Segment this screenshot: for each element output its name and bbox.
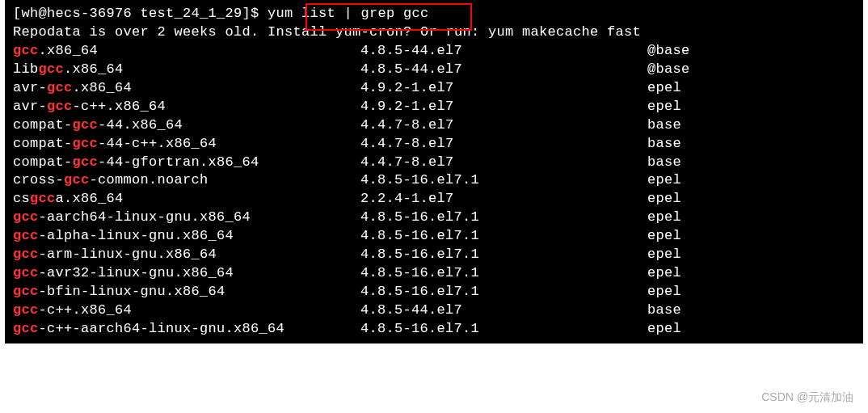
package-row: gcc-c++-aarch64-linux-gnu.x86_644.8.5-16…: [13, 320, 855, 339]
package-version: 2.2.4-1.el7: [360, 190, 647, 209]
package-name: cross-gcc-common.noarch: [13, 171, 360, 190]
package-repo: base: [647, 154, 855, 172]
package-name: compat-gcc-44-c++.x86_64: [13, 135, 360, 154]
package-repo: epel: [647, 320, 855, 339]
package-version: 4.4.7-8.el7: [360, 116, 647, 135]
package-version: 4.8.5-44.el7: [360, 61, 647, 79]
package-row: gcc-c++.x86_644.8.5-44.el7base: [13, 301, 855, 320]
package-repo: epel: [647, 264, 855, 283]
watermark: CSDN @元清加油: [761, 390, 853, 405]
package-name: gcc-aarch64-linux-gnu.x86_64: [13, 209, 360, 227]
package-row: csgcca.x86_642.2.4-1.el7epel: [13, 190, 855, 209]
command-highlight-box: [305, 3, 472, 31]
package-row: compat-gcc-44-c++.x86_644.4.7-8.el7base: [13, 135, 855, 154]
package-repo: epel: [647, 190, 855, 209]
package-row: gcc-alpha-linux-gnu.x86_644.8.5-16.el7.1…: [13, 227, 855, 246]
package-row: avr-gcc-c++.x86_644.9.2-1.el7epel: [13, 98, 855, 116]
package-repo: epel: [647, 227, 855, 246]
package-list: gcc.x86_644.8.5-44.el7@baselibgcc.x86_64…: [13, 42, 855, 339]
package-name: gcc-alpha-linux-gnu.x86_64: [13, 227, 360, 246]
package-name: gcc-c++-aarch64-linux-gnu.x86_64: [13, 320, 360, 339]
package-name: gcc-c++.x86_64: [13, 301, 360, 320]
package-row: compat-gcc-44.x86_644.4.7-8.el7base: [13, 116, 855, 135]
package-repo: epel: [647, 283, 855, 301]
package-version: 4.8.5-44.el7: [360, 42, 647, 61]
package-repo: epel: [647, 98, 855, 116]
package-name: compat-gcc-44-gfortran.x86_64: [13, 154, 360, 172]
package-name: compat-gcc-44.x86_64: [13, 116, 360, 135]
package-version: 4.8.5-16.el7.1: [360, 171, 647, 190]
package-repo: base: [647, 116, 855, 135]
package-name: gcc-arm-linux-gnu.x86_64: [13, 246, 360, 264]
package-name: gcc-bfin-linux-gnu.x86_64: [13, 283, 360, 301]
package-version: 4.4.7-8.el7: [360, 154, 647, 172]
package-name: avr-gcc.x86_64: [13, 79, 360, 98]
package-repo: epel: [647, 171, 855, 190]
package-version: 4.4.7-8.el7: [360, 135, 647, 154]
package-repo: base: [647, 135, 855, 154]
package-name: libgcc.x86_64: [13, 61, 360, 79]
package-version: 4.8.5-16.el7.1: [360, 246, 647, 264]
package-row: gcc-arm-linux-gnu.x86_644.8.5-16.el7.1ep…: [13, 246, 855, 264]
package-version: 4.8.5-16.el7.1: [360, 283, 647, 301]
package-name: avr-gcc-c++.x86_64: [13, 98, 360, 116]
package-row: gcc-aarch64-linux-gnu.x86_644.8.5-16.el7…: [13, 209, 855, 227]
package-repo: @base: [647, 61, 855, 79]
package-version: 4.8.5-16.el7.1: [360, 320, 647, 339]
package-row: gcc-bfin-linux-gnu.x86_644.8.5-16.el7.1e…: [13, 283, 855, 301]
prompt-user-host: [wh@hecs-36976 test_24_1_29]$: [13, 6, 268, 21]
package-row: avr-gcc.x86_644.9.2-1.el7epel: [13, 79, 855, 98]
package-repo: @base: [647, 42, 855, 61]
package-row: compat-gcc-44-gfortran.x86_644.4.7-8.el7…: [13, 154, 855, 172]
package-version: 4.8.5-16.el7.1: [360, 264, 647, 283]
package-version: 4.8.5-44.el7: [360, 301, 647, 320]
package-name: gcc.x86_64: [13, 42, 360, 61]
package-name: gcc-avr32-linux-gnu.x86_64: [13, 264, 360, 283]
package-version: 4.9.2-1.el7: [360, 79, 647, 98]
package-row: libgcc.x86_644.8.5-44.el7@base: [13, 61, 855, 79]
package-repo: epel: [647, 209, 855, 227]
package-row: cross-gcc-common.noarch4.8.5-16.el7.1epe…: [13, 171, 855, 190]
package-repo: epel: [647, 79, 855, 98]
package-version: 4.8.5-16.el7.1: [360, 209, 647, 227]
package-row: gcc.x86_644.8.5-44.el7@base: [13, 42, 855, 61]
package-repo: base: [647, 301, 855, 320]
package-name: csgcca.x86_64: [13, 190, 360, 209]
package-version: 4.8.5-16.el7.1: [360, 227, 647, 246]
package-version: 4.9.2-1.el7: [360, 98, 647, 116]
terminal-output: [wh@hecs-36976 test_24_1_29]$ yum list |…: [5, 0, 863, 343]
package-row: gcc-avr32-linux-gnu.x86_644.8.5-16.el7.1…: [13, 264, 855, 283]
package-repo: epel: [647, 246, 855, 264]
